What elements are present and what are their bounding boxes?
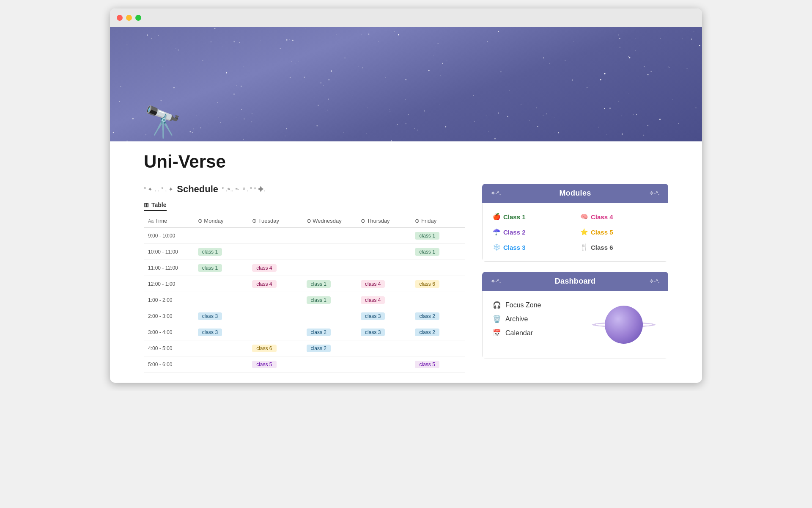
class-badge[interactable]: class 5 bbox=[252, 361, 276, 368]
schedule-table: Aa Time ⊙ Monday ⊙ Tuesday ⊙ Wednesday ⊙… bbox=[144, 214, 465, 373]
modules-header: ✧·°. Modules ✧·°. bbox=[482, 184, 668, 203]
class-badge[interactable]: class 2 bbox=[415, 312, 439, 320]
link-label: Focus Zone bbox=[505, 301, 541, 309]
class-badge[interactable]: class 2 bbox=[415, 329, 439, 336]
class-badge[interactable]: class 3 bbox=[361, 329, 385, 336]
cell-wednesday: class 1 bbox=[302, 292, 357, 308]
cell-monday: class 1 bbox=[194, 260, 248, 276]
class-badge[interactable]: class 1 bbox=[307, 280, 331, 288]
class-badge[interactable]: class 2 bbox=[307, 329, 331, 336]
table-row: 9:00 - 10:00class 1 bbox=[144, 228, 465, 244]
class-badge[interactable]: class 3 bbox=[198, 312, 222, 320]
cell-wednesday bbox=[302, 260, 357, 276]
time-cell: 5:00 - 6:00 bbox=[144, 356, 194, 373]
cell-monday bbox=[194, 340, 248, 356]
table-row: 4:00 - 5:00class 6class 2 bbox=[144, 340, 465, 356]
time-cell: 4:00 - 5:00 bbox=[144, 340, 194, 356]
cell-tuesday bbox=[248, 244, 302, 260]
cell-monday: class 1 bbox=[194, 244, 248, 260]
cell-thursday bbox=[357, 244, 411, 260]
cell-monday: class 3 bbox=[194, 324, 248, 340]
cell-monday bbox=[194, 228, 248, 244]
class-badge[interactable]: class 5 bbox=[415, 361, 439, 368]
module-label: Class 3 bbox=[503, 244, 526, 251]
class-badge[interactable]: class 4 bbox=[361, 296, 385, 304]
class-badge[interactable]: class 3 bbox=[361, 312, 385, 320]
table-header-row: Aa Time ⊙ Monday ⊙ Tuesday ⊙ Wednesday ⊙… bbox=[144, 214, 465, 228]
cell-friday bbox=[411, 340, 465, 356]
cell-tuesday bbox=[248, 308, 302, 324]
module-label: Class 2 bbox=[503, 229, 526, 236]
table-row: 12:00 - 1:00class 4class 1class 4class 6 bbox=[144, 276, 465, 292]
right-panel: ✧·°. Modules ✧·°. 🍎Class 1🧠Class 4☂️Clas… bbox=[482, 184, 668, 373]
time-cell: 3:00 - 4:00 bbox=[144, 324, 194, 340]
dashboard-body: 🎧Focus Zone🗑️Archive📅Calendar bbox=[482, 291, 668, 359]
class-badge[interactable]: class 4 bbox=[252, 280, 276, 288]
time-cell: 12:00 - 1:00 bbox=[144, 276, 194, 292]
dashboard-link[interactable]: 🎧Focus Zone bbox=[493, 301, 541, 309]
cell-tuesday bbox=[248, 324, 302, 340]
cell-thursday bbox=[357, 340, 411, 356]
class-badge[interactable]: class 1 bbox=[307, 296, 331, 304]
module-item[interactable]: ⭐Class 5 bbox=[580, 226, 658, 237]
modules-deco-right: ✧·°. bbox=[649, 190, 660, 196]
class-badge[interactable]: class 1 bbox=[415, 232, 439, 240]
module-emoji: ☂️ bbox=[493, 228, 501, 236]
link-label: Calendar bbox=[505, 329, 533, 337]
class-badge[interactable]: class 2 bbox=[307, 345, 331, 352]
col-header-thursday: ⊙ Thursday bbox=[357, 214, 411, 228]
page-title: Uni-Verse bbox=[144, 152, 668, 172]
main-layout: ° ✦ . . ° . ✦ Schedule ° .★.. ᯓ᳁. ° * ✦.… bbox=[144, 184, 668, 373]
class-badge[interactable]: class 4 bbox=[361, 280, 385, 288]
module-label: Class 4 bbox=[591, 213, 613, 221]
cell-wednesday bbox=[302, 244, 357, 260]
class-badge[interactable]: class 3 bbox=[198, 329, 222, 336]
class-badge[interactable]: class 1 bbox=[198, 248, 222, 256]
page-content: Uni-Verse ° ✦ . . ° . ✦ Schedule ° .★.. … bbox=[110, 141, 702, 383]
module-emoji: 🍎 bbox=[493, 213, 501, 221]
cell-thursday: class 3 bbox=[357, 308, 411, 324]
table-label: ⊞ Table bbox=[144, 202, 167, 211]
minimize-button[interactable] bbox=[126, 15, 132, 21]
cell-wednesday: class 2 bbox=[302, 324, 357, 340]
module-label: Class 1 bbox=[503, 213, 526, 221]
dashboard-link[interactable]: 📅Calendar bbox=[493, 329, 541, 337]
class-badge[interactable]: class 6 bbox=[252, 345, 276, 352]
cell-wednesday: class 2 bbox=[302, 340, 357, 356]
time-cell: 10:00 - 11:00 bbox=[144, 244, 194, 260]
module-label: Class 6 bbox=[591, 244, 613, 251]
deco-suffix: ° .★.. ᯓ᳁. ° * ✦. bbox=[222, 186, 266, 193]
module-item[interactable]: 🍴Class 6 bbox=[580, 242, 658, 253]
deco-prefix: ° ✦ . . ° . ✦ bbox=[144, 186, 173, 193]
class-badge[interactable]: class 4 bbox=[252, 264, 276, 272]
cell-thursday: class 3 bbox=[357, 324, 411, 340]
link-emoji: 🎧 bbox=[493, 301, 501, 309]
class-badge[interactable]: class 6 bbox=[415, 280, 439, 288]
module-item[interactable]: 🧠Class 4 bbox=[580, 211, 658, 222]
class-badge[interactable]: class 1 bbox=[415, 248, 439, 256]
module-item[interactable]: 🍎Class 1 bbox=[493, 211, 570, 222]
schedule-title: Schedule bbox=[177, 184, 218, 195]
module-item[interactable]: ☂️Class 2 bbox=[493, 226, 570, 237]
cell-thursday bbox=[357, 356, 411, 373]
cell-friday: class 6 bbox=[411, 276, 465, 292]
modules-body: 🍎Class 1🧠Class 4☂️Class 2⭐Class 5❄️Class… bbox=[482, 203, 668, 262]
cell-friday: class 2 bbox=[411, 308, 465, 324]
telescope-icon: 🔭 bbox=[144, 107, 182, 137]
cell-friday: class 1 bbox=[411, 244, 465, 260]
close-button[interactable] bbox=[117, 15, 123, 21]
schedule-header: ° ✦ . . ° . ✦ Schedule ° .★.. ᯓ᳁. ° * ✦. bbox=[144, 184, 465, 195]
dashboard-link[interactable]: 🗑️Archive bbox=[493, 315, 541, 323]
class-badge[interactable]: class 1 bbox=[198, 264, 222, 272]
module-label: Class 5 bbox=[591, 229, 613, 236]
dashboard-deco-right: ✧·°. bbox=[649, 278, 660, 284]
cell-tuesday: class 6 bbox=[248, 340, 302, 356]
cell-tuesday bbox=[248, 292, 302, 308]
maximize-button[interactable] bbox=[135, 15, 141, 21]
module-emoji: 🧠 bbox=[580, 213, 588, 221]
module-item[interactable]: ❄️Class 3 bbox=[493, 242, 570, 253]
modules-deco-left: ✧·°. bbox=[491, 190, 501, 196]
cell-friday bbox=[411, 260, 465, 276]
dashboard-body-inner: 🎧Focus Zone🗑️Archive📅Calendar bbox=[493, 299, 658, 350]
col-header-monday: ⊙ Monday bbox=[194, 214, 248, 228]
